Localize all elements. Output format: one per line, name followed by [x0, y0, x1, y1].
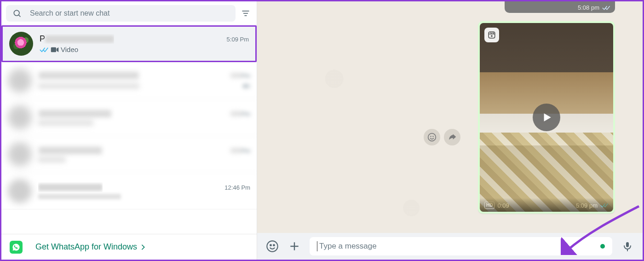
chat-preview: Video [40, 46, 249, 53]
play-button[interactable] [533, 104, 560, 131]
search-box[interactable] [6, 5, 236, 22]
video-thumbnail[interactable]: HD 0:09 5:09 pm [480, 23, 613, 212]
avatar [9, 32, 33, 56]
avatar [8, 179, 32, 203]
svg-rect-9 [489, 32, 495, 38]
search-icon [12, 9, 22, 18]
svg-marker-14 [544, 113, 551, 121]
chat-item[interactable]: Pm [1, 136, 257, 173]
status-dot-icon [600, 244, 605, 249]
svg-rect-5 [51, 47, 56, 52]
attach-button[interactable] [288, 239, 301, 253]
chat-item[interactable]: 12:46 Pm [1, 173, 257, 209]
chat-list: P 5:09 Pm Video [1, 25, 257, 234]
avatar [8, 69, 32, 93]
avatar [8, 105, 32, 129]
svg-point-18 [267, 241, 277, 251]
svg-point-16 [430, 136, 431, 137]
conversation-pane: 5:08 pm HD 0:09 [257, 1, 643, 260]
get-desktop-promo[interactable]: Get WhatsApp for Windows [1, 234, 257, 260]
svg-point-17 [432, 136, 433, 137]
chat-time: 5:09 Pm [227, 36, 249, 43]
svg-point-19 [270, 244, 271, 246]
svg-marker-13 [491, 35, 494, 37]
video-message-bubble[interactable]: HD 0:09 5:09 pm [478, 21, 615, 214]
avatar [8, 142, 32, 166]
composer-bar: Type a message [257, 233, 643, 260]
message-hover-actions [424, 129, 460, 145]
reels-icon [484, 28, 499, 42]
read-ticks-icon [602, 5, 610, 11]
messages-area: 5:08 pm HD 0:09 [257, 1, 643, 233]
chevron-right-icon [141, 244, 145, 250]
chat-list-pane: P 5:09 Pm Video [1, 1, 257, 260]
svg-point-20 [273, 244, 275, 246]
chat-item[interactable]: Pm [1, 62, 257, 99]
svg-line-1 [19, 15, 21, 17]
promo-text: Get WhatsApp for Windows [35, 242, 145, 252]
chat-item-selected[interactable]: P 5:09 Pm Video [1, 25, 257, 62]
video-footer: HD 0:09 5:09 pm [480, 198, 613, 212]
chat-item[interactable]: Pm [1, 99, 257, 136]
video-duration: 0:09 [497, 202, 509, 209]
svg-rect-3 [243, 13, 248, 14]
previous-message-footer: 5:08 pm [505, 1, 615, 13]
message-time: 5:08 pm [578, 4, 599, 11]
svg-point-15 [428, 133, 436, 141]
svg-rect-2 [242, 11, 249, 12]
search-row [1, 1, 257, 25]
voice-message-button[interactable] [621, 239, 634, 253]
whatsapp-web-app: P 5:09 Pm Video [0, 0, 644, 261]
svg-marker-6 [57, 47, 59, 52]
chat-time: 12:46 Pm [224, 184, 250, 191]
filter-icon[interactable] [239, 7, 252, 20]
search-input[interactable] [30, 9, 230, 17]
message-input[interactable]: Type a message [310, 237, 612, 255]
chat-item-body: P 5:09 Pm Video [40, 34, 249, 53]
read-ticks-icon [600, 203, 609, 208]
svg-point-0 [14, 10, 19, 16]
message-placeholder: Type a message [319, 242, 600, 251]
read-ticks-icon [40, 46, 49, 53]
emoji-picker-button[interactable] [265, 239, 279, 253]
muted-icon [242, 82, 250, 90]
text-cursor [317, 241, 317, 251]
forward-button[interactable] [444, 129, 460, 145]
video-icon [51, 46, 59, 53]
chat-preview-text: Video [61, 46, 78, 53]
whatsapp-logo-icon [10, 241, 23, 254]
react-emoji-button[interactable] [424, 129, 440, 145]
chat-name: P [40, 34, 114, 44]
svg-rect-4 [245, 15, 247, 16]
message-time: 5:09 pm [576, 202, 598, 209]
hd-badge: HD [484, 202, 494, 209]
